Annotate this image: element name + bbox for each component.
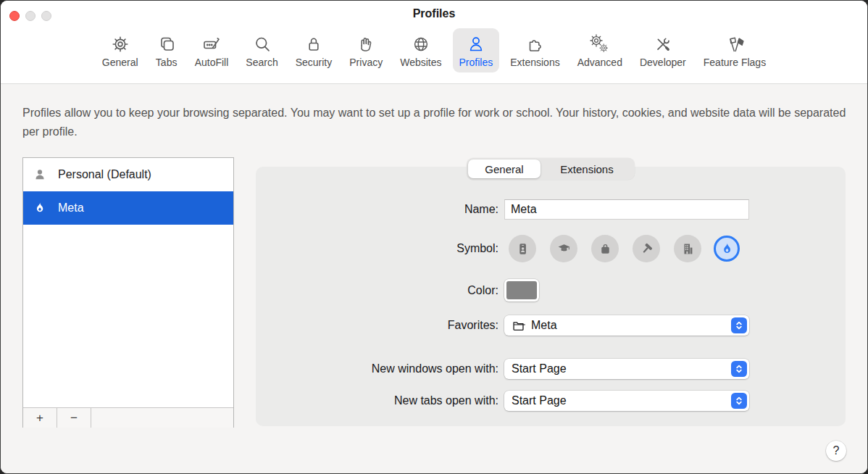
- toolbar-tab-feature-flags[interactable]: Feature Flags: [697, 28, 772, 72]
- toolbar-tab-security[interactable]: Security: [289, 28, 339, 72]
- toolbar-tab-label: AutoFill: [195, 57, 229, 68]
- id-card-icon: [515, 241, 530, 257]
- remove-profile-button[interactable]: −: [57, 408, 91, 428]
- toolbar-tab-tabs[interactable]: Tabs: [149, 28, 184, 72]
- toolbar-tab-label: Privacy: [349, 57, 383, 68]
- tabs-icon: [156, 33, 178, 55]
- favorites-label: Favorites:: [256, 319, 504, 332]
- profile-row-label: Personal (Default): [58, 168, 151, 181]
- globe-icon: [410, 33, 432, 55]
- name-label: Name:: [256, 203, 504, 216]
- gear-icon: [109, 33, 131, 55]
- profiles-list: Personal (Default) Meta + −: [22, 157, 234, 428]
- new-windows-row: New windows open with: Start Page: [256, 359, 755, 379]
- lock-icon: [303, 33, 325, 55]
- chevron-up-down-icon: [731, 361, 747, 377]
- toolbar-tab-label: Advanced: [577, 57, 622, 68]
- window-title: Profiles: [1, 7, 867, 20]
- flame-icon: [719, 241, 735, 257]
- toolbar-tab-label: Extensions: [510, 57, 559, 68]
- toolbar-tab-label: Profiles: [459, 57, 493, 68]
- toolbar-tab-websites[interactable]: Websites: [393, 28, 448, 72]
- symbol-option-graduation-cap[interactable]: [550, 235, 577, 262]
- toolbar-tab-label: Feature Flags: [704, 57, 766, 68]
- new-tabs-popup[interactable]: Start Page: [504, 391, 749, 411]
- gears-icon: [589, 33, 611, 55]
- new-windows-value: Start Page: [512, 362, 567, 375]
- toolbar-tab-extensions[interactable]: Extensions: [504, 28, 566, 72]
- color-row: Color:: [256, 278, 755, 303]
- folder-icon: [512, 319, 525, 333]
- symbol-option-flame[interactable]: [714, 236, 740, 262]
- add-profile-button[interactable]: +: [23, 408, 57, 428]
- chevron-up-down-icon: [731, 393, 747, 409]
- profiles-pane: Profiles allow you to keep your browsing…: [1, 84, 868, 474]
- color-swatch: [506, 281, 537, 299]
- footer-filler: [91, 408, 233, 428]
- toolbar-tab-advanced[interactable]: Advanced: [571, 28, 629, 72]
- symbol-option-building[interactable]: [674, 235, 701, 262]
- toolbar-tab-label: Security: [296, 57, 333, 68]
- chevron-up-down-icon: [731, 317, 747, 333]
- bag-icon: [598, 241, 613, 257]
- toolbar-tab-label: Developer: [640, 57, 686, 68]
- profiles-list-body: Personal (Default) Meta: [23, 158, 233, 407]
- hand-icon: [355, 33, 377, 55]
- window-chrome: Profiles General Tabs: [1, 1, 867, 84]
- profiles-description: Profiles allow you to keep your browsing…: [22, 104, 848, 141]
- tab-general[interactable]: General: [468, 159, 541, 178]
- tab-extensions[interactable]: Extensions: [541, 159, 633, 178]
- toolbar-tab-autofill[interactable]: AutoFill: [188, 28, 235, 72]
- color-well[interactable]: [504, 279, 539, 302]
- toolbar-tab-general[interactable]: General: [96, 28, 145, 72]
- profile-row-label: Meta: [58, 201, 84, 215]
- profile-row-personal[interactable]: Personal (Default): [23, 158, 233, 191]
- graduation-cap-icon: [556, 241, 572, 257]
- person-icon: [32, 167, 48, 183]
- tools-icon: [652, 33, 674, 55]
- toolbar-tab-profiles[interactable]: Profiles: [453, 28, 500, 72]
- favorites-row: Favorites: Meta: [256, 315, 755, 336]
- symbol-label: Symbol:: [256, 242, 504, 255]
- detail-tab-bar: General Extensions: [467, 158, 635, 180]
- settings-toolbar: General Tabs: [1, 28, 867, 72]
- hammer-icon: [639, 241, 654, 257]
- search-icon: [251, 33, 273, 55]
- favorites-value: Meta: [531, 319, 557, 332]
- profile-name-input[interactable]: [504, 199, 749, 220]
- new-tabs-value: Start Page: [512, 394, 567, 407]
- symbol-option-bag[interactable]: [591, 235, 619, 262]
- toolbar-tab-label: General: [102, 57, 138, 68]
- color-label: Color:: [256, 284, 504, 297]
- profiles-list-footer: + −: [23, 407, 233, 428]
- symbol-option-id-card[interactable]: [509, 235, 536, 262]
- symbol-option-hammer[interactable]: [633, 235, 660, 262]
- puzzle-icon: [524, 33, 546, 55]
- name-row: Name:: [256, 199, 755, 220]
- building-icon: [680, 241, 696, 257]
- favorites-popup[interactable]: Meta: [504, 315, 749, 336]
- autofill-icon: [201, 33, 222, 55]
- person-icon: [465, 33, 487, 55]
- toolbar-tab-label: Websites: [400, 57, 441, 68]
- toolbar-tab-label: Search: [246, 57, 277, 68]
- help-button[interactable]: ?: [826, 441, 846, 461]
- toolbar-tab-label: Tabs: [156, 57, 178, 68]
- new-windows-label: New windows open with:: [256, 362, 504, 375]
- new-tabs-row: New tabs open with: Start Page: [256, 391, 755, 411]
- toolbar-tab-developer[interactable]: Developer: [633, 28, 693, 72]
- safari-settings-window: Profiles General Tabs: [0, 0, 868, 474]
- toolbar-tab-search[interactable]: Search: [239, 28, 284, 72]
- flame-icon: [32, 200, 48, 216]
- new-windows-popup[interactable]: Start Page: [504, 359, 749, 379]
- new-tabs-label: New tabs open with:: [256, 394, 504, 407]
- toolbar-tab-privacy[interactable]: Privacy: [343, 28, 389, 72]
- profile-row-meta[interactable]: Meta: [23, 191, 233, 225]
- symbol-row: Symbol:: [256, 233, 755, 265]
- flags-icon: [724, 33, 746, 55]
